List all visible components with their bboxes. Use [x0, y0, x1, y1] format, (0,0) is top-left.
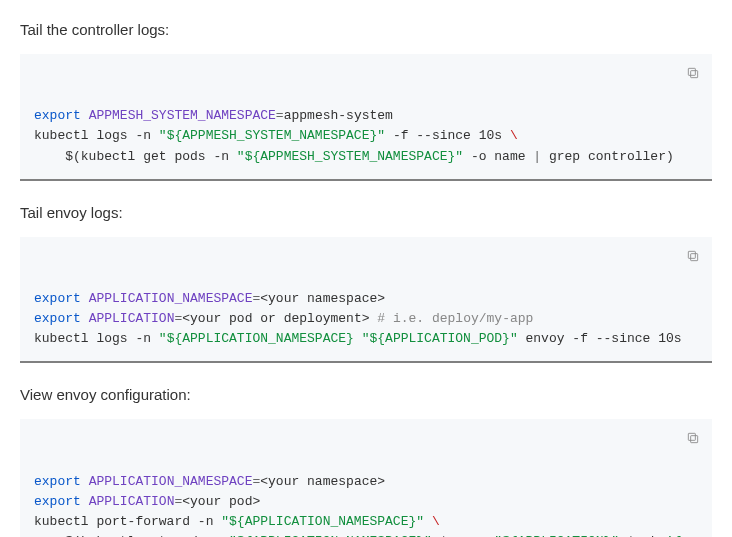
copy-icon [686, 431, 700, 445]
variable: APPLICATION [89, 311, 175, 326]
codeblock-controller-logs: export APPMESH_SYSTEM_NAMESPACE=appmesh-… [20, 54, 712, 181]
keyword: export [34, 474, 81, 489]
svg-rect-2 [691, 253, 698, 260]
variable: APPLICATION [89, 494, 175, 509]
svg-rect-0 [691, 71, 698, 78]
paragraph-controller-logs: Tail the controller logs: [20, 18, 712, 42]
keyword: export [34, 291, 81, 306]
comment: # i.e. deploy/my-app [377, 311, 533, 326]
copy-button[interactable] [682, 245, 704, 267]
variable: APPLICATION_NAMESPACE [89, 291, 253, 306]
svg-rect-1 [688, 68, 695, 75]
keyword: export [34, 494, 81, 509]
copy-button[interactable] [682, 62, 704, 84]
svg-rect-4 [691, 436, 698, 443]
variable: APPMESH_SYSTEM_NAMESPACE [89, 108, 276, 123]
svg-rect-3 [688, 251, 695, 258]
copy-icon [686, 249, 700, 263]
svg-rect-5 [688, 434, 695, 441]
copy-button[interactable] [682, 427, 704, 449]
variable: APPLICATION_NAMESPACE [89, 474, 253, 489]
codeblock-envoy-logs: export APPLICATION_NAMESPACE=<your names… [20, 237, 712, 364]
paragraph-envoy-config: View envoy configuration: [20, 383, 712, 407]
paragraph-envoy-logs: Tail envoy logs: [20, 201, 712, 225]
keyword: export [34, 311, 81, 326]
keyword: export [34, 108, 81, 123]
copy-icon [686, 66, 700, 80]
codeblock-envoy-config: export APPLICATION_NAMESPACE=<your names… [20, 419, 712, 537]
